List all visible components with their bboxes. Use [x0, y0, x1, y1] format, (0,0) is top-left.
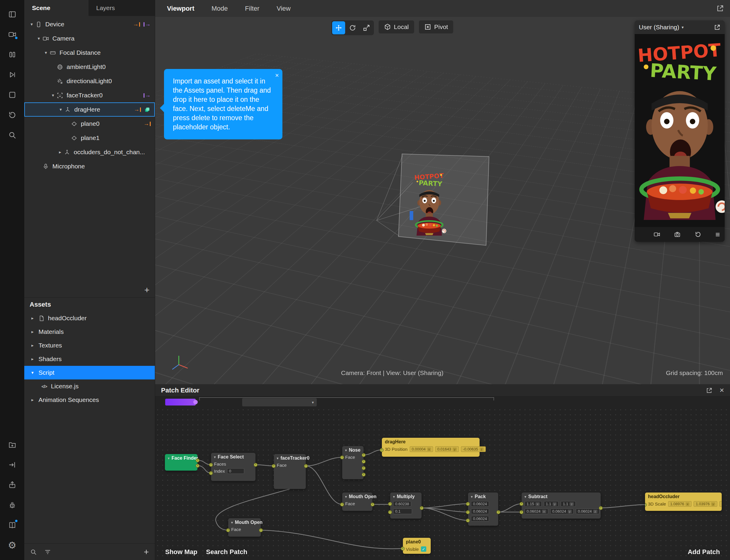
tab-layers[interactable]: Layers: [89, 0, 123, 16]
chevron-down-icon[interactable]: ▾: [50, 93, 56, 98]
video-record-icon[interactable]: [654, 231, 660, 238]
publish-icon[interactable]: [5, 478, 19, 492]
input-port[interactable]: [520, 510, 523, 514]
chevron-right-icon[interactable]: ▸: [31, 343, 38, 348]
tree-item-device[interactable]: ▾ Device → →: [24, 17, 155, 31]
simulate-icon[interactable]: [5, 67, 19, 82]
asset-item-materials[interactable]: ▸ Materials: [24, 325, 155, 339]
chevron-down-icon[interactable]: ▾: [682, 25, 684, 30]
output-port[interactable]: [196, 458, 200, 462]
subtract-a-z-field[interactable]: 1.1z: [561, 501, 576, 507]
output-port[interactable]: [371, 503, 374, 506]
multiply-a-field[interactable]: 0.60238: [393, 501, 411, 507]
input-port[interactable]: [466, 519, 470, 522]
patch-node-face-select[interactable]: ▾Face Select Faces Index 0: [211, 453, 255, 481]
patch-node-headoccluder[interactable]: headOccluder 3D Scale 1.08976x 1.03976y …: [645, 493, 722, 511]
input-port[interactable]: [272, 464, 276, 468]
patch-group-dropdown[interactable]: ▾: [242, 398, 317, 406]
patch-node-pack[interactable]: ▾Pack 0.06024 0.06024 0.06024: [468, 493, 498, 526]
tree-item-microphone[interactable]: Microphone: [24, 159, 155, 173]
chevron-right-icon[interactable]: ▸: [57, 149, 63, 155]
index-value-field[interactable]: 0: [227, 468, 244, 474]
chevron-right-icon[interactable]: ▸: [31, 356, 38, 362]
add-patch-button[interactable]: Add Patch: [688, 548, 720, 556]
subtract-b-y-field[interactable]: 0.06024y: [550, 508, 574, 514]
reset-preview-icon[interactable]: [695, 231, 701, 238]
add-asset-button[interactable]: +: [144, 547, 149, 557]
move-tool-button[interactable]: [332, 21, 345, 34]
minimap-selection[interactable]: [165, 399, 196, 405]
tree-item-draghere[interactable]: ▾ dragHere →: [24, 102, 155, 117]
pivot-button[interactable]: Pivot: [419, 20, 454, 33]
visible-checkbox[interactable]: ✓: [421, 546, 426, 552]
viewport-3d[interactable]: Local Pivot × Import an asset and select…: [155, 17, 730, 384]
search-patch-button[interactable]: Search Patch: [206, 548, 247, 556]
tree-item-camera[interactable]: ▾ Camera: [24, 31, 155, 46]
output-port[interactable]: [362, 460, 366, 464]
pack-y-field[interactable]: 0.06024: [471, 508, 489, 514]
screenshot-icon[interactable]: [674, 231, 681, 238]
chevron-down-icon[interactable]: ▾: [36, 36, 42, 41]
expand-window-icon[interactable]: [716, 4, 724, 12]
tree-item-occluders[interactable]: ▸ occluders_do_not_chan...: [24, 145, 155, 159]
multiply-b-field[interactable]: 0.1: [393, 508, 412, 514]
output-port[interactable]: [362, 466, 366, 470]
input-port[interactable]: [388, 510, 392, 514]
asset-item-license-js[interactable]: </> License.js: [24, 379, 155, 393]
subtract-b-z-field[interactable]: 0.06024z: [576, 508, 599, 514]
input-port[interactable]: [401, 547, 405, 551]
position-y-field[interactable]: 0.01643y: [435, 446, 459, 452]
chevron-down-icon[interactable]: ▾: [28, 22, 35, 27]
search-icon[interactable]: [5, 128, 19, 142]
tree-item-plane1[interactable]: plane1: [24, 131, 155, 145]
chevron-down-icon[interactable]: ▾: [57, 107, 64, 112]
filter-icon[interactable]: [44, 549, 51, 555]
camera-view-icon[interactable]: [5, 27, 19, 41]
pack-z-field[interactable]: 0.06024: [471, 516, 489, 522]
patch-node-draghere[interactable]: dragHere 3D Position 0.00004x 0.01643y -…: [382, 438, 480, 457]
close-icon[interactable]: ×: [275, 71, 279, 80]
scale-tool-button[interactable]: [360, 21, 373, 34]
chevron-right-icon[interactable]: ▸: [31, 397, 38, 403]
chevron-right-icon[interactable]: ▸: [31, 329, 38, 334]
local-space-button[interactable]: Local: [379, 20, 414, 33]
docs-icon[interactable]: [5, 518, 19, 532]
patches-icon[interactable]: [5, 47, 19, 62]
position-z-field[interactable]: -0.00635z: [461, 446, 486, 452]
output-port[interactable]: [599, 506, 603, 510]
popout-preview-icon[interactable]: [714, 24, 721, 30]
patch-output-badge[interactable]: →: [144, 92, 151, 99]
patch-node-mouth-open[interactable]: ▾Mouth Open Face: [342, 493, 372, 511]
patch-canvas[interactable]: [155, 407, 730, 560]
output-port[interactable]: [196, 464, 200, 468]
patch-node-facetracker0[interactable]: ▾faceTracker0 Face: [274, 454, 306, 489]
patch-node-mouth-open[interactable]: ▾Mouth Open Face: [228, 518, 261, 537]
input-port[interactable]: [466, 510, 470, 514]
chevron-down-icon[interactable]: ▾: [43, 50, 49, 55]
input-port[interactable]: [209, 463, 213, 467]
input-port[interactable]: [380, 448, 384, 452]
patch-node-subtract[interactable]: ▾Subtract 1.15x 1.1y 1.1z 0.06024x 0.060…: [522, 493, 601, 519]
asset-item-script[interactable]: ▾ Script: [24, 366, 155, 379]
frame-icon[interactable]: [5, 88, 19, 102]
add-asset-icon[interactable]: [5, 437, 19, 452]
debug-icon[interactable]: [5, 498, 19, 512]
settings-icon[interactable]: ⚙: [5, 538, 19, 552]
subtract-b-x-field[interactable]: 0.06024x: [525, 508, 548, 514]
patch-node-plane0[interactable]: plane0 Visible ✓: [403, 538, 431, 554]
popout-patch-editor-icon[interactable]: [706, 387, 713, 394]
input-port[interactable]: [388, 502, 392, 506]
menu-viewport[interactable]: Viewport: [167, 5, 194, 12]
tab-scene[interactable]: Scene: [24, 0, 89, 16]
send-to-patch-badge[interactable]: →: [134, 106, 141, 113]
panels-icon[interactable]: [5, 7, 19, 21]
tree-item-directionallight0[interactable]: directionalLight0: [24, 74, 155, 88]
send-to-patch-badge[interactable]: →: [144, 120, 151, 127]
show-map-button[interactable]: Show Map: [165, 548, 197, 556]
restart-icon[interactable]: [5, 108, 19, 122]
patch-output-badge[interactable]: →: [144, 21, 151, 28]
input-port[interactable]: [340, 503, 344, 506]
output-port[interactable]: [304, 464, 308, 468]
scale-y-field[interactable]: 1.03976y: [694, 501, 717, 507]
tree-item-plane0[interactable]: plane0 →: [24, 117, 155, 131]
